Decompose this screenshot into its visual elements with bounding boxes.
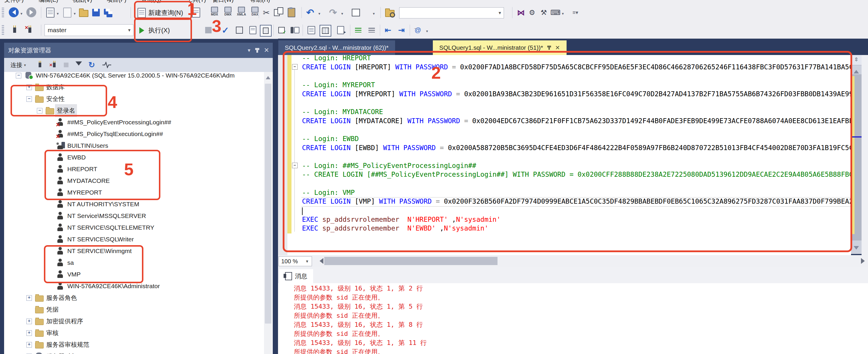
menu-item[interactable]: 查询(Q) xyxy=(141,0,161,3)
filter-icon[interactable] xyxy=(75,60,82,70)
tree-row[interactable]: +服务器角色 xyxy=(4,292,273,304)
tree-row[interactable]: +审核 xyxy=(4,327,273,339)
panel-close-icon[interactable]: ✕ xyxy=(264,46,269,54)
query-options-icon[interactable] xyxy=(248,25,258,35)
add-item-icon[interactable] xyxy=(62,7,72,18)
tree-row[interactable]: BUILTIN\Users xyxy=(4,140,273,152)
menu-item[interactable]: 编辑(E) xyxy=(39,0,58,3)
tree-expander-icon[interactable]: + xyxy=(26,295,32,301)
menu-item[interactable]: 视图(V) xyxy=(72,0,92,3)
change-connection-icon[interactable]: ✕ xyxy=(25,25,35,35)
decrease-indent-icon[interactable]: ⇤ xyxy=(383,25,393,35)
tree-row[interactable]: −安全性 xyxy=(4,93,273,105)
selector-dropdown-icon[interactable]: ▾ xyxy=(373,11,375,16)
cancel-query-icon[interactable] xyxy=(203,25,214,35)
command-window-icon[interactable]: ⌨ xyxy=(550,7,561,18)
tree-row[interactable]: ✕##MS_PolicyEventProcessingLogin## xyxy=(4,117,273,128)
uncomment-lines-icon[interactable] xyxy=(366,25,377,35)
tree-row[interactable]: sa xyxy=(4,257,273,268)
connect-dropdown[interactable]: 连接 ▾ xyxy=(10,60,26,70)
tree-row[interactable]: −WIN-576A92CE46K (SQL Server 15.0.2000.5… xyxy=(4,72,273,81)
new-mdx-query-icon[interactable]: MDX xyxy=(208,7,221,19)
undo-icon[interactable]: ↶ xyxy=(305,7,315,18)
undo-dropdown-icon[interactable]: ▾ xyxy=(318,11,320,16)
connect-plug-icon[interactable] xyxy=(9,25,20,35)
increase-indent-icon[interactable]: ⇥ xyxy=(396,25,407,35)
add-item-dropdown-icon[interactable]: ▾ xyxy=(74,11,76,16)
navigate-back-dropdown-icon[interactable]: ▾ xyxy=(21,11,23,16)
estimated-plan-icon[interactable] xyxy=(234,25,245,35)
new-item-icon[interactable] xyxy=(45,7,56,18)
tree-row[interactable]: HREPORT xyxy=(4,163,273,175)
menu-item[interactable]: 项目(P) xyxy=(107,0,126,3)
toolbar2-overflow-icon[interactable]: ▾ xyxy=(426,29,428,33)
sql-code-editor[interactable]: − − -- Login: HREPORTCREATE LOGIN [HREPO… xyxy=(278,55,851,255)
tree-row[interactable]: NT SERVICE\SQLTELEMETRY xyxy=(4,222,273,233)
tree-expander-icon[interactable]: + xyxy=(26,330,32,336)
menu-item[interactable]: 工具(T) xyxy=(187,0,206,3)
find-in-files-icon[interactable] xyxy=(384,7,395,18)
scroll-down-icon[interactable] xyxy=(854,246,859,252)
save-icon[interactable] xyxy=(91,7,101,18)
menu-item[interactable]: 窗口(W) xyxy=(213,0,234,3)
navigate-back-button[interactable] xyxy=(9,7,19,17)
command-window-dropdown-icon[interactable]: ▾ xyxy=(562,11,564,16)
template-parameters-icon[interactable]: @→ xyxy=(413,25,423,35)
execute-button[interactable]: 执行(X) xyxy=(137,24,172,37)
new-analysis-query-icon[interactable] xyxy=(191,7,202,18)
collapse-region-icon[interactable]: − xyxy=(292,64,298,70)
oe-disconnect-icon[interactable]: ✕ xyxy=(49,60,56,70)
tree-row[interactable]: ✕##MS_PolicyTsqlExecutionLogin## xyxy=(4,128,273,140)
tree-row[interactable]: −服务器对象 xyxy=(4,351,273,354)
tree-row[interactable]: WIN-576A92CE46K\Administrator xyxy=(4,280,273,292)
design-query-icon[interactable] xyxy=(290,25,300,35)
toolbox-icon[interactable]: ⚒ xyxy=(538,7,549,18)
tree-expander-icon[interactable]: − xyxy=(16,73,21,78)
toolbar-grip-2[interactable] xyxy=(2,25,4,35)
tab-pin-icon[interactable] xyxy=(549,46,550,50)
messages-content[interactable]: 消息 15433, 级别 16, 状态 1, 第 2 行所提供的参数 sid 正… xyxy=(278,283,868,354)
parse-query-icon[interactable]: ✓ xyxy=(220,25,230,35)
zoom-combobox[interactable]: 100 % ▼ xyxy=(279,256,312,266)
tree-row[interactable]: NT SERVICE\SQLWriter xyxy=(4,233,273,245)
oe-stop-icon[interactable] xyxy=(64,60,68,70)
redo-icon[interactable]: ↷ xyxy=(328,7,338,18)
redo-dropdown-icon[interactable]: ▾ xyxy=(341,11,343,16)
new-item-dropdown-icon[interactable]: ▾ xyxy=(57,11,59,16)
paste-icon[interactable] xyxy=(286,7,297,18)
tree-row[interactable]: VMP xyxy=(4,268,273,280)
save-all-icon[interactable] xyxy=(102,7,113,18)
results-to-text-icon[interactable] xyxy=(306,25,317,35)
results-to-file-icon[interactable]: ▸ xyxy=(335,25,346,35)
hscroll-left-icon[interactable] xyxy=(317,258,323,264)
tree-expander-icon[interactable]: + xyxy=(26,342,32,348)
toolbar-overflow-icon[interactable]: ≡▾ xyxy=(570,7,581,18)
navigate-forward-button[interactable] xyxy=(26,7,36,17)
tree-row[interactable]: MYDATACORE xyxy=(4,175,273,187)
new-xmla-query-icon[interactable]: XMLA xyxy=(235,7,248,19)
cut-icon[interactable]: ✂ xyxy=(261,7,272,18)
menu-item[interactable]: 帮助(H) xyxy=(250,0,270,3)
open-file-icon[interactable] xyxy=(79,7,89,18)
horizontal-scroll-thumb[interactable] xyxy=(324,257,497,265)
object-explorer-header[interactable]: 对象资源管理器 ▾ ✕ xyxy=(4,43,273,58)
hscroll-right-icon[interactable] xyxy=(861,258,868,264)
tree-expander-icon[interactable]: − xyxy=(26,96,32,102)
vs-code-window-icon[interactable]: ⋈ xyxy=(516,7,526,18)
new-dax-query-icon[interactable]: DAX xyxy=(249,7,261,19)
tree-row[interactable]: +加密提供程序 xyxy=(4,315,273,327)
activity-monitor-icon[interactable] xyxy=(102,60,111,70)
database-combobox[interactable]: master▼ xyxy=(44,24,133,36)
tree-expander-icon[interactable]: − xyxy=(37,108,42,114)
menu-item[interactable]: 文件(F) xyxy=(4,0,24,3)
tree-expander-icon[interactable]: + xyxy=(26,319,32,324)
scroll-up-icon[interactable] xyxy=(854,67,859,73)
editor-vertical-scrollbar[interactable]: ⇳ xyxy=(851,55,862,254)
tree-row[interactable]: NT Service\MSSQLSERVER xyxy=(4,210,273,222)
tree-row[interactable]: EWBD xyxy=(4,152,273,163)
find-combobox[interactable]: ▼ xyxy=(399,7,504,19)
panel-menu-icon[interactable]: ▾ xyxy=(248,47,250,54)
refresh-icon[interactable]: ↻ xyxy=(88,60,95,70)
new-query-button[interactable]: 新建查询(N) xyxy=(135,6,186,19)
tab-close-icon[interactable]: ✕ xyxy=(555,44,560,51)
